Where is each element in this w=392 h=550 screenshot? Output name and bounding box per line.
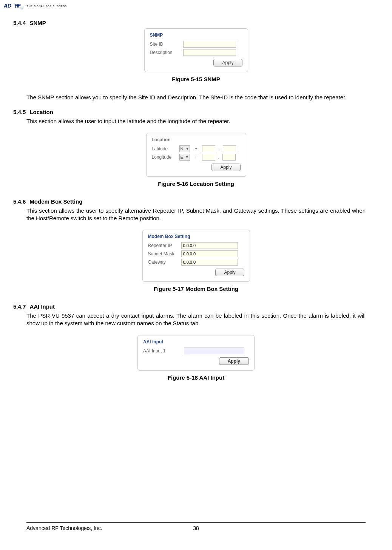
chevron-down-icon: ▼ <box>185 155 189 159</box>
section-number: 5.4.4 <box>13 20 26 26</box>
snmp-apply-button[interactable]: Apply <box>213 59 242 66</box>
latitude-label: Latitude <box>152 146 176 151</box>
longitude-min-input[interactable] <box>222 154 236 161</box>
section-heading-snmp: 5.4.4 SNMP <box>13 20 366 26</box>
section-title: Modem Box Setting <box>29 198 82 205</box>
location-body-text: This section allows the user to input th… <box>26 117 366 125</box>
gateway-input[interactable] <box>181 259 238 266</box>
header-logo-bar: AD R F THE SIGNAL FOR SUCCESS <box>4 2 366 10</box>
latitude-min-input[interactable] <box>223 145 236 152</box>
location-panel-title: Location <box>152 137 241 142</box>
section-number: 5.4.5 <box>13 109 26 115</box>
longitude-direction-select[interactable]: E ▼ <box>179 154 190 161</box>
adrf-logo-icon: AD R F <box>4 2 25 10</box>
aai-apply-button[interactable]: Apply <box>219 357 249 365</box>
modem-body-text: This section allows the user to specify … <box>26 207 366 222</box>
plus-sign: + <box>193 154 199 160</box>
logo-tagline: THE SIGNAL FOR SUCCESS <box>27 5 67 8</box>
section-title: Location <box>29 109 53 115</box>
svg-point-4 <box>20 7 23 9</box>
modem-panel-title: Modem Box Setting <box>148 234 244 239</box>
figure-caption-aai: Figure 5-18 AAI Input <box>26 374 366 381</box>
repeater-ip-input[interactable] <box>181 242 238 249</box>
description-label: Description <box>150 50 180 55</box>
figure-caption-location: Figure 5-16 Location Setting <box>26 181 366 187</box>
plus-sign: + <box>193 146 199 151</box>
section-heading-modem: 5.4.6 Modem Box Setting <box>13 198 366 205</box>
figure-caption-modem: Figure 5-17 Modem Box Setting <box>26 286 366 292</box>
location-apply-button[interactable]: Apply <box>211 164 240 171</box>
section-number: 5.4.6 <box>13 198 26 205</box>
aai-body-text: The PSR-VU-9537 can accept a dry contact… <box>26 312 366 328</box>
section-title: SNMP <box>29 20 46 26</box>
longitude-deg-input[interactable] <box>202 154 215 161</box>
latitude-direction-select[interactable]: N ▼ <box>179 145 190 152</box>
repeater-ip-label: Repeater IP <box>148 243 178 248</box>
svg-point-3 <box>21 8 23 9</box>
aai-panel: AAI Input AAI Input 1 Apply <box>137 335 255 371</box>
svg-text:F: F <box>18 3 21 9</box>
chevron-down-icon: ▼ <box>185 147 189 151</box>
section-number: 5.4.7 <box>13 303 26 310</box>
description-input[interactable] <box>183 49 236 56</box>
figure-caption-snmp: Figure 5-15 SNMP <box>26 76 366 82</box>
svg-text:AD: AD <box>4 3 11 9</box>
site-id-label: Site ID <box>150 42 180 47</box>
select-value: N <box>181 147 184 151</box>
subnet-mask-input[interactable] <box>181 250 238 257</box>
page-footer: Advanced RF Technologies, Inc. 38 <box>26 522 366 531</box>
modem-apply-button[interactable]: Apply <box>215 269 244 276</box>
aai-input1-label: AAI Input 1 <box>143 348 181 354</box>
footer-page-number: 38 <box>193 525 199 531</box>
longitude-label: Longitude <box>152 154 176 160</box>
snmp-panel-title: SNMP <box>150 32 242 38</box>
modem-panel: Modem Box Setting Repeater IP Subnet Mas… <box>142 230 250 282</box>
section-heading-aai: 5.4.7 AAI Input <box>13 303 366 310</box>
location-panel: Location Latitude N ▼ + . Longitude E ▼ … <box>146 133 246 177</box>
dot-sep: . <box>218 146 219 151</box>
gateway-label: Gateway <box>148 260 178 265</box>
aai-input1-field[interactable] <box>184 348 244 354</box>
dot-sep: . <box>218 154 219 160</box>
aai-panel-title: AAI Input <box>143 339 249 345</box>
select-value: E <box>181 155 183 159</box>
subnet-mask-label: Subnet Mask <box>148 251 178 256</box>
snmp-panel: SNMP Site ID Description Apply <box>144 28 248 72</box>
snmp-body-text: The SNMP section allows you to specify t… <box>26 94 366 101</box>
section-title: AAI Input <box>29 303 55 310</box>
latitude-deg-input[interactable] <box>202 145 215 152</box>
site-id-input[interactable] <box>183 41 236 48</box>
section-heading-location: 5.4.5 Location <box>13 109 366 115</box>
